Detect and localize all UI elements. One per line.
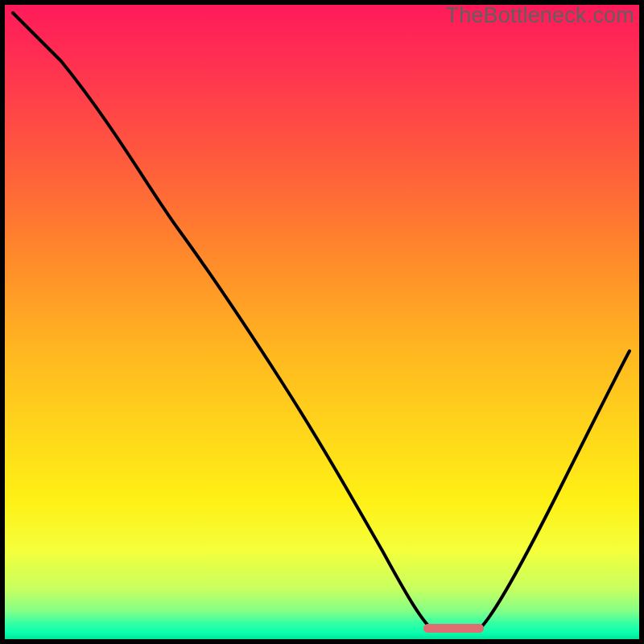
chart-frame: TheBottleneck.com: [0, 0, 644, 644]
watermark-text: TheBottleneck.com: [445, 3, 634, 28]
optimum-marker: [423, 624, 484, 633]
chart-canvas: [5, 5, 639, 639]
gradient-bg: [5, 5, 639, 639]
